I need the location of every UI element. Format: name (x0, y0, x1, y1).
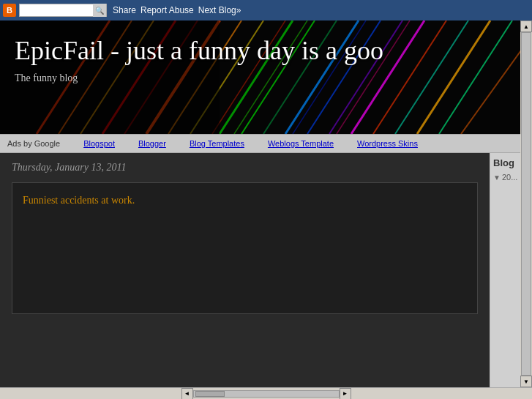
scroll-left-button[interactable]: ◄ (181, 388, 193, 400)
blog-title: EpicFail - just a funny day is a goo (15, 35, 517, 67)
blog-header: EpicFail - just a funny day is a goo The… (0, 20, 532, 134)
ad-blog-templates[interactable]: Blog Templates (178, 139, 256, 148)
post-title[interactable]: Funniest accidents at work. (23, 195, 135, 206)
ads-bar: Ads by Google Blogspot Blogger Blog Temp… (0, 134, 532, 153)
date-header: Thursday, January 13, 2011 (12, 162, 478, 174)
search-input[interactable] (20, 4, 93, 16)
blogger-logo: B (3, 4, 16, 17)
scroll-right-button[interactable]: ► (340, 388, 351, 400)
logo-letter: B (7, 6, 12, 15)
sidebar-arrow-icon: ▼ (493, 174, 501, 182)
ad-blogspot[interactable]: Blogspot (72, 139, 127, 148)
post-box: Funniest accidents at work. (12, 182, 478, 314)
ads-by-google-label: Ads by Google (4, 139, 72, 148)
nav-links: Share Report Abuse Next Blog» (113, 5, 241, 15)
main-area: Thursday, January 13, 2011 Funniest acci… (0, 153, 532, 399)
share-link[interactable]: Share (113, 5, 136, 15)
report-abuse-link[interactable]: Report Abuse (141, 5, 194, 15)
search-button[interactable]: 🔍 (93, 4, 106, 17)
sidebar-archive-label: 20... (502, 173, 517, 182)
ad-weblogs-template[interactable]: Weblogs Template (256, 139, 345, 148)
next-blog-link[interactable]: Next Blog» (198, 5, 241, 15)
h-scroll-thumb[interactable] (195, 391, 225, 397)
horizontal-scrollbar: ◄ ► (0, 387, 532, 399)
ad-wordpress-skins[interactable]: Wordpress Skins (345, 139, 430, 148)
header-content: EpicFail - just a funny day is a goo The… (0, 20, 532, 92)
ad-blogger[interactable]: Blogger (127, 139, 178, 148)
blog-subtitle: The funny blog (15, 72, 517, 84)
h-scroll-track[interactable] (193, 390, 340, 398)
scroll-down-button[interactable]: ▼ (520, 376, 532, 387)
content-area: Thursday, January 13, 2011 Funniest acci… (0, 153, 490, 399)
search-box: 🔍 (19, 4, 107, 17)
top-nav-bar: B 🔍 Share Report Abuse Next Blog» (0, 0, 532, 20)
